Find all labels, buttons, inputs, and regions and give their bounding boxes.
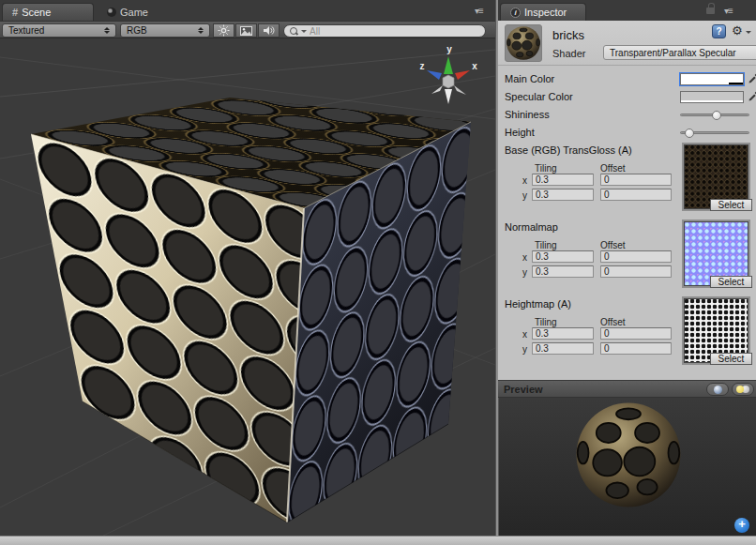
shininess-label: Shininess — [505, 109, 550, 120]
shininess-row: Shininess — [498, 107, 756, 122]
material-header: bricks Shader Transparent/Parallax Specu… — [498, 21, 756, 66]
axis-y-label: y — [522, 190, 527, 201]
scene-3d-view: y x z — [0, 38, 495, 536]
heightmap-section: Heightmap (A) Tiling Offset x y Select — [498, 296, 756, 373]
inspector-panel-menu-icon[interactable]: ▾≡ — [724, 6, 733, 16]
shader-value: Transparent/Parallax Specular — [610, 48, 736, 58]
eyedropper-icon[interactable] — [748, 90, 756, 102]
light-on-icon — [736, 386, 744, 393]
axis-x-label: x — [522, 175, 527, 186]
scene-toolbar: Textured RGB — [0, 21, 495, 38]
specular-color-swatch[interactable] — [680, 91, 744, 103]
eyedropper-icon[interactable] — [748, 72, 756, 84]
search-filter-arrow-icon[interactable] — [301, 30, 307, 33]
axis-y-label: y — [522, 344, 527, 355]
add-icon[interactable]: + — [734, 518, 749, 533]
tab-game-label: Game — [120, 7, 148, 18]
preview-title: Preview — [504, 384, 543, 395]
skybox-toggle-button[interactable] — [235, 23, 257, 38]
scene-panel-menu-icon[interactable]: ▾≡ — [475, 6, 483, 16]
shader-label: Shader — [552, 48, 585, 59]
heightmap-offset-x-input[interactable] — [600, 327, 672, 340]
cube-object[interactable] — [31, 98, 471, 522]
tab-inspector[interactable]: i Inspector — [500, 3, 586, 21]
axis-x-label: x — [522, 252, 527, 263]
material-thumbnail[interactable] — [505, 24, 542, 62]
game-icon — [107, 8, 116, 17]
tiling-header: Tiling — [535, 317, 557, 327]
gizmo-z-label: z — [420, 61, 425, 71]
tab-scene-label: Scene — [22, 7, 51, 18]
search-input[interactable] — [310, 26, 469, 37]
preview-lighting-button[interactable] — [732, 383, 754, 396]
lock-icon[interactable] — [706, 8, 715, 14]
height-row: Height — [498, 125, 756, 140]
preview-shape-button[interactable] — [706, 383, 729, 396]
base-tiling-x-input[interactable] — [532, 174, 594, 186]
color-mode-dropdown[interactable]: RGB — [120, 23, 210, 38]
normalmap-tiling-x-input[interactable] — [532, 250, 594, 263]
scene-tabbar: # Scene Game ▾≡ — [0, 0, 495, 21]
scene-viewport[interactable]: y x z — [0, 38, 495, 536]
tiling-header: Tiling — [535, 240, 557, 250]
axis-x-label: x — [522, 329, 527, 340]
dropdown-arrows-icon — [198, 27, 204, 34]
audio-toggle-button[interactable] — [258, 23, 280, 38]
base-texture-select-button[interactable]: Select — [710, 199, 752, 211]
dropdown-arrows-icon — [104, 27, 110, 34]
search-icon — [290, 27, 298, 36]
tab-scene[interactable]: # Scene — [2, 3, 94, 21]
heightmap-tiling-x-input[interactable] — [532, 327, 594, 340]
base-offset-y-input[interactable] — [600, 189, 672, 201]
tab-inspector-label: Inspector — [524, 7, 567, 18]
specular-color-row: Specular Color — [498, 89, 756, 104]
gear-icon[interactable]: ⚙ — [732, 23, 743, 38]
normalmap-label: Normalmap — [505, 221, 558, 233]
image-icon — [240, 26, 252, 36]
sun-icon — [218, 24, 230, 37]
slider-handle[interactable] — [712, 111, 721, 120]
render-mode-dropdown[interactable]: Textured — [2, 23, 116, 38]
render-mode-value: Textured — [8, 25, 98, 36]
heightmap-tiling-y-input[interactable] — [532, 342, 594, 355]
base-offset-x-input[interactable] — [600, 174, 672, 186]
height-label: Height — [505, 127, 535, 138]
material-preview-sphere — [573, 400, 684, 510]
slider-handle[interactable] — [685, 129, 694, 138]
gizmo-z-axis[interactable] — [427, 70, 442, 80]
lighting-toggle-button[interactable] — [213, 23, 234, 38]
gear-caret-icon — [746, 31, 751, 34]
orientation-gizmo[interactable]: y x z — [420, 44, 478, 104]
info-icon: i — [510, 8, 521, 18]
normalmap-offset-y-input[interactable] — [600, 265, 672, 278]
main-color-swatch[interactable] — [680, 73, 744, 85]
heightmap-select-button[interactable]: Select — [710, 353, 752, 365]
gizmo-y-label: y — [446, 44, 452, 54]
gizmo-y-axis[interactable] — [444, 56, 453, 74]
normalmap-tiling-y-input[interactable] — [532, 265, 594, 278]
normalmap-offset-x-input[interactable] — [600, 250, 672, 263]
offset-header: Offset — [600, 240, 626, 250]
scene-grid-icon: # — [12, 7, 18, 18]
base-texture-label: Base (RGB) TransGloss (A) — [505, 144, 632, 156]
base-tiling-y-input[interactable] — [532, 189, 594, 201]
heightmap-offset-y-input[interactable] — [600, 342, 672, 355]
shininess-slider[interactable] — [680, 114, 749, 116]
preview-area[interactable]: + — [498, 398, 756, 536]
scene-search-field[interactable] — [283, 24, 486, 38]
tab-game[interactable]: Game — [98, 3, 182, 21]
shader-dropdown[interactable]: Transparent/Parallax Specular — [603, 45, 756, 60]
unity-editor-window: # Scene Game ▾≡ Textured RGB — [0, 0, 756, 545]
gizmo-x-axis[interactable] — [455, 70, 470, 80]
inspector-tabbar: i Inspector ▾≡ — [498, 0, 756, 21]
specular-color-label: Specular Color — [505, 91, 573, 102]
help-icon[interactable]: ? — [712, 24, 726, 38]
scene-panel: # Scene Game ▾≡ Textured RGB — [0, 0, 495, 536]
heightmap-label: Heightmap (A) — [505, 298, 571, 310]
offset-header: Offset — [600, 163, 626, 174]
height-slider[interactable] — [680, 131, 749, 134]
normalmap-select-button[interactable]: Select — [710, 276, 752, 288]
speaker-icon — [263, 25, 275, 36]
preview-header[interactable]: Preview — [498, 380, 756, 398]
offset-header: Offset — [600, 317, 626, 327]
